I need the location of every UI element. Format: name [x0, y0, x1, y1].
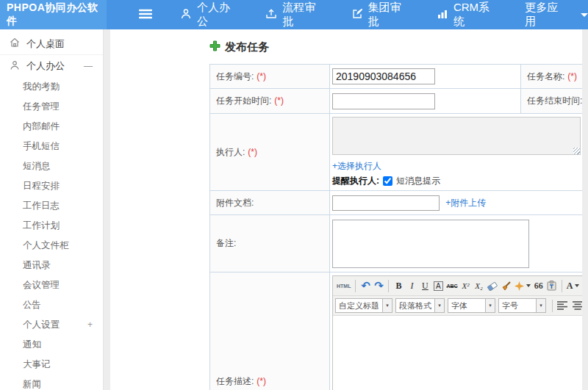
emoticon-insert-icon[interactable] — [513, 278, 532, 294]
app-logo: PHPOA协同办公软件 — [0, 0, 107, 29]
bold-button[interactable]: B — [392, 278, 405, 294]
row-attachment: 附件文档: +附件上传 — [210, 191, 583, 215]
required-mark: (*) — [567, 71, 577, 82]
sidebar-item-label: 内部邮件 — [23, 117, 60, 137]
font-color-glyph: A — [567, 281, 573, 292]
nav-item-more-apps[interactable]: 更多应用 — [525, 1, 588, 29]
page-header: 发布任务 — [209, 40, 582, 54]
sidebar-item-label: 公告 — [23, 295, 41, 315]
sms-remind-checkbox[interactable] — [383, 176, 392, 186]
superscript-button[interactable]: X² — [459, 278, 473, 294]
toolbar-separator — [355, 280, 356, 292]
sidebar-item-personal-office[interactable]: 个人办公 — — [0, 55, 103, 77]
task-form: 任务编号:(*) 任务名称:(*) 任务开始时间:(*) 任务结束时间:(*) … — [209, 64, 582, 390]
executor-label: 执行人: — [216, 147, 245, 157]
start-time-input[interactable] — [332, 93, 435, 109]
html-source-button[interactable]: HTML — [335, 278, 352, 294]
blockquote-button[interactable]: 66 — [532, 278, 545, 294]
sidebar-item-short-message[interactable]: 短消息 — [0, 156, 103, 176]
custom-heading-select[interactable]: 自定义标题▾ — [335, 298, 392, 313]
font-color-button[interactable]: A — [565, 278, 581, 294]
eraser-icon[interactable] — [486, 278, 500, 294]
task-number-input[interactable] — [332, 68, 435, 84]
sidebar-item-news[interactable]: 新闻 — [0, 375, 103, 390]
user-icon — [180, 8, 192, 22]
caret-down-icon: ▾ — [434, 299, 444, 312]
underline-button[interactable]: U — [418, 278, 431, 294]
content-panel: 发布任务 任务编号:(*) 任务名称:(*) 任务开始时间:(*) 任务结束时间… — [110, 29, 582, 390]
sidebar-item-attendance[interactable]: 我的考勤 — [0, 77, 103, 97]
menu-toggle-icon[interactable] — [139, 9, 152, 21]
collapse-icon[interactable]: — — [84, 61, 93, 71]
executor-textarea[interactable] — [332, 117, 581, 155]
nav-label: 个人办公 — [197, 1, 237, 29]
sidebar-item-task-manage[interactable]: 任务管理 — [0, 97, 103, 117]
sms-remind-label: 短消息提示 — [396, 175, 440, 187]
editor-toolbar-row2: 自定义标题▾ 段落格式▾ 字体▾ 字号▾ — [333, 296, 582, 316]
format-brush-icon[interactable] — [500, 278, 513, 294]
sidebar-item-announcement[interactable]: 公告 — [0, 295, 103, 315]
subscript-button[interactable]: X₂ — [473, 278, 486, 294]
attachment-input[interactable] — [332, 195, 440, 211]
row-remark: 备注: — [210, 215, 583, 272]
nav-item-crm[interactable]: CRM系统 — [437, 1, 497, 29]
editor-content-area[interactable] — [333, 316, 582, 390]
sidebar-item-sms[interactable]: 手机短信 — [0, 137, 103, 156]
group-approval-icon — [351, 8, 363, 22]
font-size-select[interactable]: 字号▾ — [498, 298, 546, 313]
attachment-upload-link[interactable]: +附件上传 — [445, 198, 486, 208]
toolbar-separator — [552, 300, 553, 312]
resize-grip-icon[interactable] — [573, 148, 580, 154]
font-family-select[interactable]: 字体▾ — [448, 298, 495, 313]
sidebar-item-work-plan[interactable]: 工作计划 — [0, 216, 103, 236]
required-mark: (*) — [257, 71, 266, 82]
redo-icon[interactable]: ↷ — [372, 278, 385, 294]
sidebar-item-label: 个人桌面 — [26, 37, 65, 51]
required-mark: (*) — [274, 95, 284, 106]
nav-item-flow-approval[interactable]: 流程审批 — [265, 1, 323, 29]
nav-item-personal-office[interactable]: 个人办公 — [180, 1, 237, 29]
nav-label: 集团审批 — [368, 1, 409, 29]
top-menu: 个人办公 流程审批 集团审批 CRM系统 更多应用 — [107, 0, 588, 29]
sidebar-item-schedule[interactable]: 日程安排 — [0, 176, 103, 196]
sidebar-item-label: 手机短信 — [23, 137, 60, 156]
sidebar-item-milestones[interactable]: 大事记 — [0, 355, 103, 375]
attachment-label: 附件文档: — [216, 198, 254, 208]
sidebar-item-personal-settings[interactable]: 个人设置 + — [0, 315, 103, 335]
remark-textarea[interactable] — [332, 220, 529, 268]
undo-icon[interactable]: ↶ — [359, 278, 372, 294]
top-navbar: PHPOA协同办公软件 个人办公 流程审批 集团审批 CR — [0, 0, 588, 29]
crm-chart-icon — [437, 8, 448, 22]
sidebar-item-label: 通知 — [23, 335, 41, 355]
select-executor-link[interactable]: +选择执行人 — [332, 161, 381, 171]
sidebar-item-desktop[interactable]: 个人桌面 — [0, 33, 103, 55]
flow-approval-icon — [265, 8, 277, 22]
sidebar-item-label: 日程安排 — [23, 176, 60, 196]
strikethrough-button[interactable]: ABC — [445, 278, 459, 294]
caret-down-icon — [581, 13, 588, 17]
sidebar-item-contacts[interactable]: 通讯录 — [0, 256, 103, 275]
sidebar-item-notice[interactable]: 通知 — [0, 335, 103, 355]
sidebar-item-internal-mail[interactable]: 内部邮件 — [0, 117, 103, 137]
sidebar-item-file-cabinet[interactable]: 个人文件柜 — [0, 236, 103, 256]
align-center-icon[interactable] — [571, 298, 582, 314]
paragraph-format-select[interactable]: 段落格式▾ — [395, 298, 445, 313]
caret-down-icon: ▾ — [382, 299, 392, 312]
sidebar-item-label: 个人文件柜 — [23, 236, 69, 256]
sidebar-item-work-log[interactable]: 工作日志 — [0, 196, 103, 216]
content-background: 发布任务 任务编号:(*) 任务名称:(*) 任务开始时间:(*) 任务结束时间… — [104, 29, 588, 390]
sidebar-item-meeting[interactable]: 会议管理 — [0, 275, 103, 295]
required-mark: (*) — [248, 147, 257, 157]
paste-text-icon[interactable] — [545, 278, 559, 294]
sidebar-item-label: 大事记 — [23, 355, 51, 375]
caret-down-icon — [526, 284, 531, 287]
align-left-icon[interactable] — [556, 298, 569, 314]
char-border-button[interactable]: A — [431, 278, 445, 294]
main-area: 个人桌面 个人办公 — 我的考勤 任务管理 内部邮件 手机短信 短消息 日程安排… — [0, 29, 588, 390]
expand-icon[interactable]: + — [87, 315, 93, 335]
nav-label: 流程审批 — [282, 1, 323, 29]
caret-down-icon: ▾ — [485, 299, 495, 312]
sidebar-item-label: 会议管理 — [23, 275, 60, 295]
nav-item-group-approval[interactable]: 集团审批 — [351, 1, 409, 29]
italic-button[interactable]: I — [405, 278, 418, 294]
